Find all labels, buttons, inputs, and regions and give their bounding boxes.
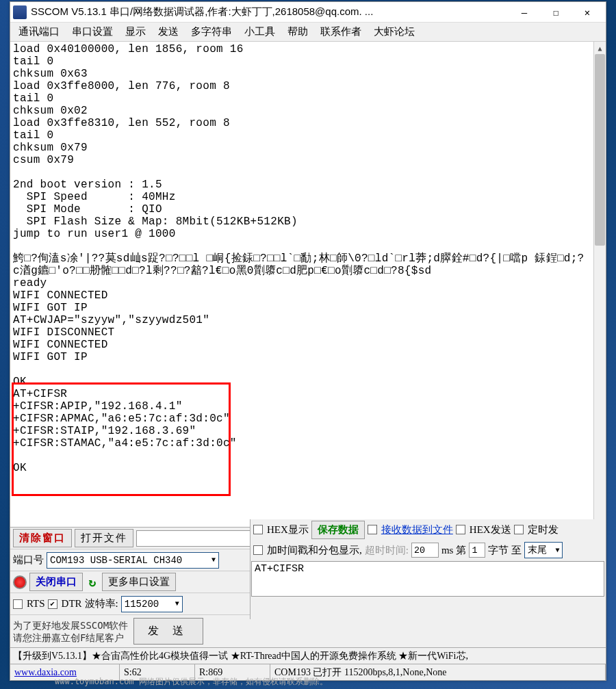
timestamp-checkbox[interactable] bbox=[253, 545, 263, 555]
menu-help[interactable]: 帮助 bbox=[282, 23, 313, 40]
recv-file-label[interactable]: 接收数据到文件 bbox=[381, 523, 453, 536]
menu-comm-port[interactable]: 通讯端口 bbox=[13, 23, 65, 40]
baud-select[interactable]: 115200 ▼ bbox=[121, 596, 183, 612]
timestamp-label: 加时间戳和分包显示, bbox=[267, 544, 362, 557]
scroll-up-icon[interactable]: ▲ bbox=[594, 42, 606, 54]
terminal-area: load 0x40100000, len 1856, room 16 tail … bbox=[10, 42, 606, 527]
recv-file-checkbox[interactable] bbox=[368, 525, 377, 534]
vertical-scrollbar[interactable]: ▲ ▼ bbox=[593, 42, 606, 527]
more-settings-button[interactable]: 更多串口设置 bbox=[102, 573, 176, 591]
port-label: 端口号 bbox=[13, 554, 44, 567]
chevron-down-icon: ▼ bbox=[211, 556, 216, 564]
window-title: SSCOM V5.13.1 串口/网络数据调试器,作者:大虾丁丁,2618058… bbox=[31, 5, 509, 18]
timed-send-checkbox[interactable] bbox=[514, 525, 524, 534]
hex-display-label: HEX显示 bbox=[267, 523, 309, 536]
save-data-button[interactable]: 保存数据 bbox=[311, 521, 365, 539]
menubar: 通讯端口 串口设置 显示 发送 多字符串 小工具 帮助 联系作者 大虾论坛 bbox=[10, 23, 606, 42]
scroll-thumb[interactable] bbox=[595, 54, 605, 246]
refresh-icon[interactable]: ↻ bbox=[86, 575, 99, 589]
terminal-output[interactable]: load 0x40100000, len 1856, room 16 tail … bbox=[10, 42, 593, 527]
baud-value: 115200 bbox=[125, 599, 159, 610]
clear-window-button[interactable]: 清除窗口 bbox=[13, 529, 72, 547]
footer-promo: 为了更好地发展SSCOM软件 请您注册嘉立创F结尾客户 发 送 bbox=[10, 614, 606, 647]
dtr-label: DTR bbox=[62, 598, 82, 610]
menu-multi-string[interactable]: 多字符串 bbox=[185, 23, 238, 40]
nth-label: 第 bbox=[456, 544, 466, 557]
menu-display[interactable]: 显示 bbox=[120, 23, 151, 40]
close-button[interactable]: ✕ bbox=[572, 3, 603, 22]
app-window: SSCOM V5.13.1 串口/网络数据调试器,作者:大虾丁丁,2618058… bbox=[10, 1, 606, 681]
maximize-button[interactable]: ☐ bbox=[540, 3, 572, 22]
close-port-button[interactable]: 关闭串口 bbox=[29, 573, 83, 591]
chevron-down-icon: ▼ bbox=[555, 547, 559, 554]
minimize-button[interactable]: — bbox=[509, 3, 540, 22]
end-select[interactable]: 末尾 ▼ bbox=[524, 542, 563, 558]
timed-send-label: 定时发 bbox=[528, 523, 559, 536]
timeout-unit: ms bbox=[441, 545, 454, 556]
rts-checkbox[interactable] bbox=[13, 599, 23, 609]
record-icon[interactable] bbox=[13, 575, 27, 589]
menu-contact[interactable]: 联系作者 bbox=[315, 23, 367, 40]
rts-label: RTS bbox=[27, 598, 45, 610]
hex-send-checkbox[interactable] bbox=[456, 525, 465, 534]
titlebar[interactable]: SSCOM V5.13.1 串口/网络数据调试器,作者:大虾丁丁,2618058… bbox=[10, 2, 606, 23]
timeout-label: 超时时间: bbox=[365, 544, 409, 557]
bytes-label: 字节 bbox=[488, 544, 509, 557]
send-button[interactable]: 发 送 bbox=[133, 618, 203, 645]
to-label: 至 bbox=[511, 544, 522, 557]
open-file-button[interactable]: 打开文件 bbox=[75, 529, 133, 547]
hex-send-label: HEX发送 bbox=[470, 523, 511, 536]
chevron-down-icon: ▼ bbox=[175, 600, 179, 608]
timeout-input[interactable] bbox=[411, 543, 439, 558]
port-value: COM193 USB-SERIAL CH340 bbox=[50, 555, 182, 566]
page-credit: www.toymoban.com 网络图片仅供展示，非存储，如有侵权请联系删除。 bbox=[0, 675, 383, 689]
hex-display-checkbox[interactable] bbox=[253, 525, 263, 534]
nth-input[interactable] bbox=[469, 543, 485, 558]
end-value: 末尾 bbox=[528, 544, 547, 556]
port-select[interactable]: COM193 USB-SERIAL CH340 ▼ bbox=[47, 552, 219, 569]
right-panel: HEX显示 保存数据 接收数据到文件 HEX发送 定时发 加时间戳和分包显示, … bbox=[250, 519, 606, 619]
promo-text: 为了更好地发展SSCOM软件 请您注册嘉立创F结尾客户 bbox=[13, 619, 128, 644]
footer-banner[interactable]: 【升级到V5.13.1】★合宙高性价比4G模块值得一试 ★RT-Thread中国… bbox=[10, 647, 606, 664]
send-textarea[interactable]: AT+CIFSR bbox=[251, 561, 604, 597]
menu-send[interactable]: 发送 bbox=[153, 23, 184, 40]
baud-label: 波特率: bbox=[85, 597, 118, 610]
dtr-checkbox[interactable]: ✔ bbox=[48, 599, 57, 609]
menu-forum[interactable]: 大虾论坛 bbox=[368, 23, 420, 40]
app-icon bbox=[13, 5, 27, 19]
menu-tools[interactable]: 小工具 bbox=[239, 23, 281, 40]
menu-port-settings[interactable]: 串口设置 bbox=[66, 23, 118, 40]
